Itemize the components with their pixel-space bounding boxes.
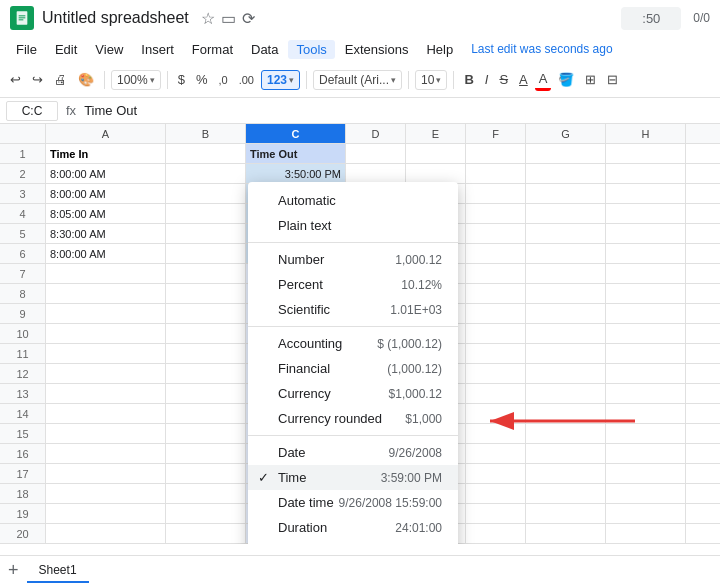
fm-date[interactable]: Date 9/26/2008 (248, 440, 458, 465)
cell-g4[interactable] (526, 204, 606, 223)
cell-g1[interactable] (526, 144, 606, 163)
cell-i20[interactable] (686, 524, 720, 543)
fm-currency[interactable]: Currency $1,000.12 (248, 381, 458, 406)
cell-i13[interactable] (686, 384, 720, 403)
fm-accounting[interactable]: Accounting $ (1,000.12) (248, 331, 458, 356)
col-header-b[interactable]: B (166, 124, 246, 143)
app-title[interactable]: Untitled spreadsheet (42, 9, 189, 27)
cell-c1[interactable]: Time Out (246, 144, 346, 163)
cell-f6[interactable] (466, 244, 526, 263)
cell-h20[interactable] (606, 524, 686, 543)
cell-i15[interactable] (686, 424, 720, 443)
format-code-dropdown[interactable]: 123 ▾ (261, 70, 300, 90)
fm-number[interactable]: Number 1,000.12 (248, 247, 458, 272)
cell-f20[interactable] (466, 524, 526, 543)
fill-color-button[interactable]: 🪣 (554, 70, 578, 89)
cell-h7[interactable] (606, 264, 686, 283)
cell-i5[interactable] (686, 224, 720, 243)
col-header-c[interactable]: C (246, 124, 346, 143)
dollar-btn[interactable]: $ (174, 70, 189, 89)
cell-i11[interactable] (686, 344, 720, 363)
table-row[interactable]: 1Time InTime Out (0, 144, 720, 164)
cell-a3[interactable]: 8:00:00 AM (46, 184, 166, 203)
cell-f4[interactable] (466, 204, 526, 223)
cell-g10[interactable] (526, 324, 606, 343)
cell-i9[interactable] (686, 304, 720, 323)
cell-i12[interactable] (686, 364, 720, 383)
cell-f8[interactable] (466, 284, 526, 303)
cell-h4[interactable] (606, 204, 686, 223)
cell-f12[interactable] (466, 364, 526, 383)
decimal-btn[interactable]: .00 (235, 72, 258, 88)
undo-button[interactable]: ↩ (6, 70, 25, 89)
cell-h16[interactable] (606, 444, 686, 463)
strikethrough-button[interactable]: S (495, 70, 512, 89)
cell-b13[interactable] (166, 384, 246, 403)
cell-b20[interactable] (166, 524, 246, 543)
fm-financial[interactable]: Financial (1,000.12) (248, 356, 458, 381)
cell-h3[interactable] (606, 184, 686, 203)
cell-d2[interactable] (346, 164, 406, 183)
borders-button[interactable]: ⊞ (581, 70, 600, 89)
cell-h1[interactable] (606, 144, 686, 163)
cell-h9[interactable] (606, 304, 686, 323)
cell-b4[interactable] (166, 204, 246, 223)
cell-g6[interactable] (526, 244, 606, 263)
fm-scientific[interactable]: Scientific 1.01E+03 (248, 297, 458, 322)
menu-format[interactable]: Format (184, 40, 241, 59)
cell-a14[interactable] (46, 404, 166, 423)
cell-a7[interactable] (46, 264, 166, 283)
cell-f2[interactable] (466, 164, 526, 183)
cell-a9[interactable] (46, 304, 166, 323)
cell-h5[interactable] (606, 224, 686, 243)
col-header-d[interactable]: D (346, 124, 406, 143)
cell-h19[interactable] (606, 504, 686, 523)
fm-automatic[interactable]: Automatic (248, 188, 458, 213)
cell-a4[interactable]: 8:05:00 AM (46, 204, 166, 223)
cell-f13[interactable] (466, 384, 526, 403)
cell-b18[interactable] (166, 484, 246, 503)
cell-b19[interactable] (166, 504, 246, 523)
cell-f10[interactable] (466, 324, 526, 343)
fm-currency-rounded[interactable]: Currency rounded $1,000 (248, 406, 458, 431)
menu-extensions[interactable]: Extensions (337, 40, 417, 59)
cell-h6[interactable] (606, 244, 686, 263)
cell-i14[interactable] (686, 404, 720, 423)
merge-button[interactable]: ⊟ (603, 70, 622, 89)
search-box[interactable]: :50 (621, 7, 681, 30)
col-header-f[interactable]: F (466, 124, 526, 143)
cell-g7[interactable] (526, 264, 606, 283)
cell-a10[interactable] (46, 324, 166, 343)
cell-g3[interactable] (526, 184, 606, 203)
cell-g20[interactable] (526, 524, 606, 543)
cell-f19[interactable] (466, 504, 526, 523)
cell-a16[interactable] (46, 444, 166, 463)
cell-i16[interactable] (686, 444, 720, 463)
cell-b17[interactable] (166, 464, 246, 483)
zoom-dropdown[interactable]: 100% ▾ (111, 70, 161, 90)
fm-datetime[interactable]: Date time 9/26/2008 15:59:00 (248, 490, 458, 515)
cell-a1[interactable]: Time In (46, 144, 166, 163)
cell-h2[interactable] (606, 164, 686, 183)
cell-h10[interactable] (606, 324, 686, 343)
menu-insert[interactable]: Insert (133, 40, 182, 59)
font-size-dropdown[interactable]: 10 ▾ (415, 70, 447, 90)
cell-i3[interactable] (686, 184, 720, 203)
cell-b14[interactable] (166, 404, 246, 423)
cell-b5[interactable] (166, 224, 246, 243)
cell-g5[interactable] (526, 224, 606, 243)
cell-g8[interactable] (526, 284, 606, 303)
cell-a5[interactable]: 8:30:00 AM (46, 224, 166, 243)
cell-h13[interactable] (606, 384, 686, 403)
menu-view[interactable]: View (87, 40, 131, 59)
fm-duration[interactable]: Duration 24:01:00 (248, 515, 458, 540)
col-header-i[interactable]: I (686, 124, 720, 143)
drive-icon[interactable]: ▭ (221, 9, 236, 28)
cell-b10[interactable] (166, 324, 246, 343)
cell-h17[interactable] (606, 464, 686, 483)
cell-c2[interactable]: 3:50:00 PM (246, 164, 346, 183)
col-header-g[interactable]: G (526, 124, 606, 143)
cell-g17[interactable] (526, 464, 606, 483)
cell-f18[interactable] (466, 484, 526, 503)
text-color-button[interactable]: A (535, 69, 552, 91)
